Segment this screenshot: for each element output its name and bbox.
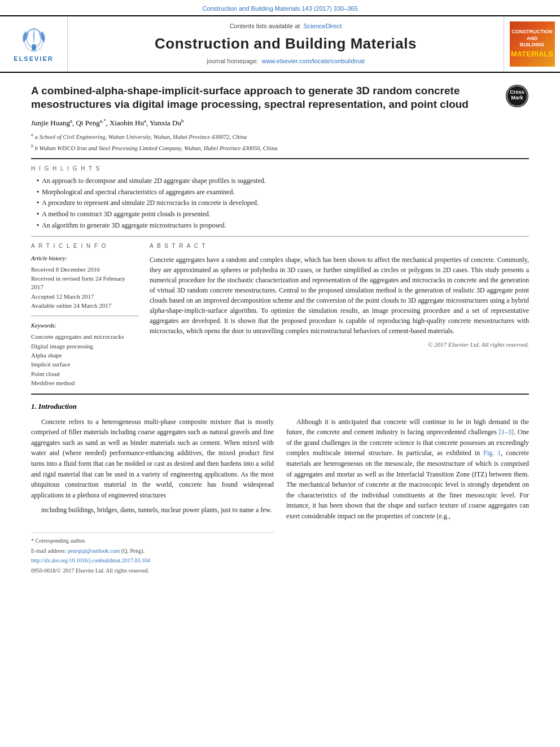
journal-logo-area: Construction and Building MATERIALS — [504, 16, 560, 71]
keyword-2: Digital image processing — [31, 342, 138, 351]
elsevier-text: ELSEVIER — [14, 55, 53, 63]
email-label: E-mail address: — [31, 548, 66, 554]
affiliation-a: a a School of Civil Engineering, Wuhan U… — [31, 132, 529, 141]
corresponding-label: * Corresponding author. — [31, 538, 86, 544]
keywords-label: Keywords: — [31, 322, 138, 330]
abstract-label: A B S T R A C T — [150, 242, 529, 250]
keyword-3: Alpha shape — [31, 351, 138, 360]
copyright: © 2017 Elsevier Ltd. All rights reserved… — [150, 340, 529, 349]
author-3: Xiaobin Hua — [110, 119, 146, 127]
affiliation-b: b b Wuhan WISCO Iron and Steel Processin… — [31, 143, 529, 152]
email-value[interactable]: pearqiqi@outlook.com — [68, 548, 120, 554]
article-title-section: A combined-alpha-shape-implicit-surface … — [31, 84, 529, 112]
journal-title: Construction and Building Materials — [155, 33, 417, 54]
logo-line3: Building — [520, 42, 545, 49]
email-person: (Q, Peng). — [121, 548, 145, 554]
divider-keywords — [31, 316, 138, 316]
keyword-1: Concrete aggregates and microcracks — [31, 333, 138, 341]
author-4: Yunxia Dub — [150, 119, 183, 127]
article-history-label: Article history: — [31, 255, 138, 263]
homepage-url[interactable]: www.elsevier.com/locate/conbuildmat — [262, 58, 365, 64]
intro-para-2: including buildings, bridges, dams, tunn… — [31, 505, 274, 516]
article-info-col: A R T I C L E I N F O Article history: R… — [31, 242, 138, 388]
intro-para-3: Although it is anticipated that concrete… — [286, 417, 529, 522]
logo-mat: MATERIALS — [511, 50, 553, 59]
journal-banner: ELSEVIER Contents lists available at Sci… — [0, 15, 560, 72]
page: Construction and Building Materials 143 … — [0, 0, 560, 747]
body-col-right: Although it is anticipated that concrete… — [286, 417, 529, 575]
svg-text:Mark: Mark — [511, 95, 523, 101]
elsevier-logo: ELSEVIER — [14, 25, 53, 63]
highlight-item-2: Morphological and spectral characteristi… — [37, 187, 529, 197]
history-received: Received 8 December 2016 — [31, 265, 138, 274]
keyword-5: Point cloud — [31, 370, 138, 378]
doi-link[interactable]: http://dx.doi.org/10.1016/j.conbuildmat.… — [31, 556, 274, 565]
body-content: 1. Introduction Concrete refers to a het… — [31, 401, 529, 575]
journal-homepage: journal homepage: www.elsevier.com/locat… — [207, 57, 364, 65]
section-title: Introduction — [38, 402, 77, 410]
email-note: E-mail address: pearqiqi@outlook.com (Q,… — [31, 547, 274, 556]
highlight-item-5: An algorithm to generate 3D aggregate mi… — [37, 221, 529, 230]
main-content: A combined-alpha-shape-implicit-surface … — [0, 73, 560, 586]
body-col-left: Concrete refers to a heterogeneous multi… — [31, 417, 274, 575]
highlight-item-4: A method to construct 3D aggregate point… — [37, 209, 529, 219]
author-1: Junjie Huanga — [31, 119, 72, 127]
journal-citation: Construction and Building Materials 143 … — [202, 5, 357, 12]
svg-text:Cross: Cross — [510, 89, 524, 95]
section-number: 1. — [31, 402, 37, 410]
banner-center: Contents lists available at ScienceDirec… — [68, 16, 504, 71]
homepage-label: journal homepage: — [207, 58, 258, 64]
fig-link-1[interactable]: Fig. 1 — [483, 449, 501, 457]
contents-line: Contents lists available at ScienceDirec… — [230, 22, 342, 30]
section-heading-intro: 1. Introduction — [31, 401, 529, 412]
keyword-4: Implicit surface — [31, 360, 138, 369]
elsevier-tree-icon — [17, 25, 51, 53]
authors-line: Junjie Huanga, Qi Penga,*, Xiaobin Hua, … — [31, 117, 529, 129]
abstract-col: A B S T R A C T Concrete aggregates have… — [150, 242, 529, 388]
crossmark-badge: Cross Mark — [505, 84, 529, 108]
issn-line: 0950-0618/© 2017 Elsevier Ltd. All right… — [31, 566, 274, 575]
ref-link-1-3[interactable]: [1–3] — [499, 428, 514, 436]
history-online: Available online 24 March 2017 — [31, 302, 138, 310]
intro-para-1: Concrete refers to a heterogeneous multi… — [31, 417, 274, 501]
sciencedirect-link[interactable]: ScienceDirect — [304, 23, 342, 29]
author-2: Qi Penga,* — [76, 119, 106, 127]
history-accepted: Accepted 12 March 2017 — [31, 292, 138, 301]
article-title: A combined-alpha-shape-implicit-surface … — [31, 84, 505, 112]
divider-post-highlights — [31, 236, 529, 237]
article-info-label: A R T I C L E I N F O — [31, 242, 138, 250]
highlights-list: An approach to decompose and simulate 2D… — [31, 176, 529, 230]
crossmark-icon: Cross Mark — [505, 84, 529, 108]
history-revised: Received in revised form 24 February 201… — [31, 274, 138, 292]
corresponding-note: * Corresponding author. — [31, 536, 274, 545]
logo-line1: Construction — [511, 29, 553, 36]
highlight-item-1: An approach to decompose and simulate 2D… — [37, 176, 529, 186]
divider-post-affiliations — [31, 158, 529, 159]
body-two-col: Concrete refers to a heterogeneous multi… — [31, 417, 529, 575]
highlights-label: H I G H L I G H T S — [31, 165, 529, 173]
footnote-area: * Corresponding author. E-mail address: … — [31, 532, 274, 575]
article-info-abstract: A R T I C L E I N F O Article history: R… — [31, 242, 529, 388]
highlight-item-3: A procedure to represent and simulate 2D… — [37, 198, 529, 208]
top-citation-bar: Construction and Building Materials 143 … — [0, 0, 560, 15]
abstract-text: Concrete aggregates have a random and co… — [150, 255, 529, 336]
logo-line2: and — [527, 36, 538, 42]
elsevier-logo-area: ELSEVIER — [0, 16, 68, 71]
journal-logo-box: Construction and Building MATERIALS — [510, 21, 555, 67]
contents-prefix: Contents lists available at — [230, 23, 300, 29]
keyword-6: Meshfree method — [31, 379, 138, 387]
divider-post-abstract — [31, 394, 529, 395]
